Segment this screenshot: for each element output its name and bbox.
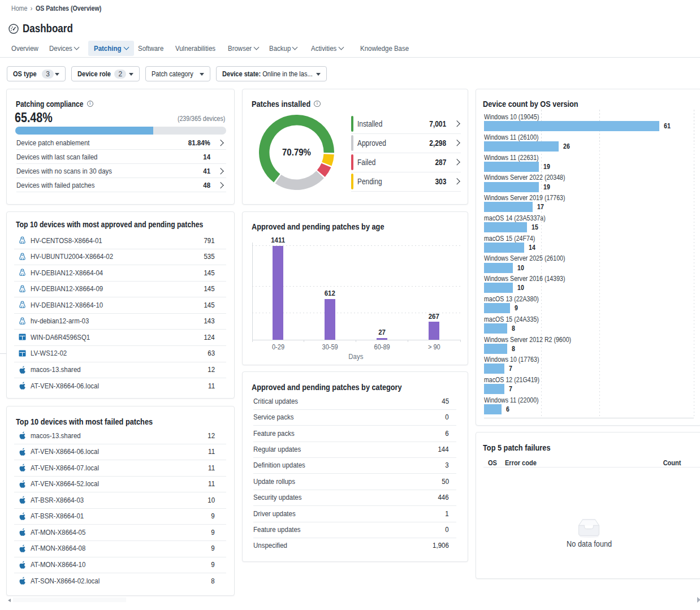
- svg-text:70.79%: 70.79%: [282, 147, 311, 157]
